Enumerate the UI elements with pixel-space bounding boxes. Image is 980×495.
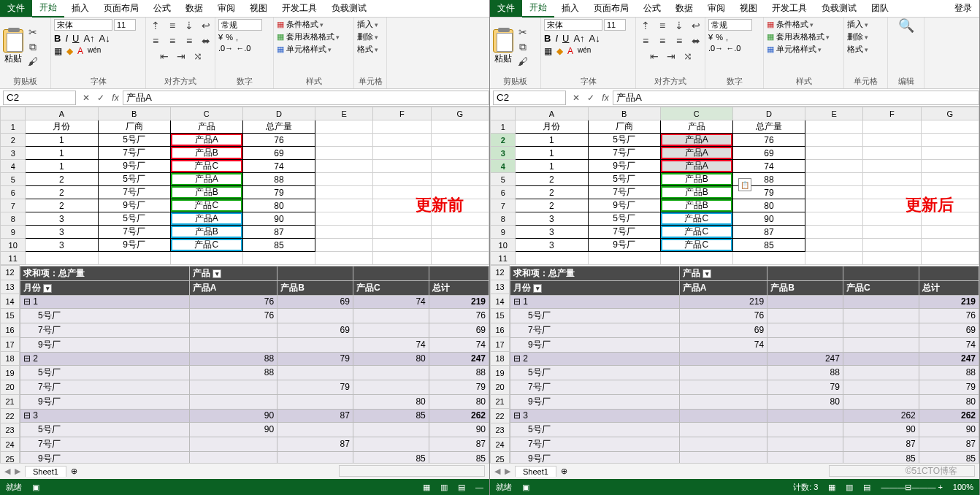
col-header[interactable]: A (516, 107, 588, 120)
menu-load[interactable]: 负载测试 (814, 0, 864, 17)
cell[interactable]: 产品A (170, 212, 242, 226)
menu-team[interactable]: 团队 (864, 0, 896, 17)
cell[interactable]: 产品C (170, 239, 242, 252)
cell[interactable]: 总产量 (732, 120, 805, 134)
cell[interactable]: 产品 (170, 120, 242, 134)
menu-login[interactable]: 登录 (947, 0, 979, 17)
find-icon[interactable]: 🔍 (900, 19, 913, 32)
pivot-row[interactable]: 7号厂 (510, 380, 680, 394)
cell[interactable]: 74 (732, 160, 805, 173)
dec-dec-icon[interactable]: ←.0 (236, 44, 250, 53)
row-header[interactable]: 2 (491, 134, 516, 147)
underline-icon[interactable]: U (72, 33, 79, 44)
row-header[interactable]: 5 (1, 173, 26, 186)
pivot-row[interactable]: 5号厂 (20, 422, 190, 437)
h-scrollbar[interactable] (339, 465, 485, 477)
view-layout-icon[interactable]: ▥ (440, 483, 448, 492)
font-color-icon[interactable]: A (77, 46, 83, 56)
view-layout-icon[interactable]: ▥ (846, 483, 853, 492)
pivot-group[interactable]: ⊟ 3 (510, 409, 680, 422)
view-break-icon[interactable]: ▤ (863, 483, 870, 492)
cell[interactable]: 7号厂 (98, 147, 170, 160)
cell[interactable]: 7号厂 (588, 226, 660, 239)
menu-review[interactable]: 审阅 (700, 0, 732, 17)
tab-next[interactable]: ▶ (15, 467, 20, 476)
table-format-button[interactable]: ▦套用表格格式 (767, 31, 830, 42)
col-header[interactable]: F (863, 107, 921, 120)
cell[interactable]: 88 (242, 173, 315, 186)
col-header[interactable]: E (805, 107, 863, 120)
brush-icon[interactable]: 🖌 (26, 55, 39, 68)
row-header[interactable]: 8 (491, 212, 516, 226)
col-header[interactable]: C (170, 107, 242, 120)
cell[interactable]: 产品B (170, 186, 242, 199)
row-header[interactable]: 2 (1, 134, 26, 147)
copy-icon[interactable]: ⧉ (516, 40, 529, 53)
row-header[interactable]: 4 (1, 160, 26, 173)
col-header[interactable]: F (373, 107, 431, 120)
cell[interactable]: 69 (242, 147, 315, 160)
menu-file[interactable]: 文件 (0, 0, 32, 17)
copy-icon[interactable]: ⧉ (26, 40, 39, 53)
cell[interactable]: 1 (26, 134, 98, 147)
menu-review[interactable]: 审阅 (210, 0, 242, 17)
pivot-col-dropdown[interactable]: ▾ (213, 269, 221, 278)
sheet-tab[interactable]: Sheet1 (515, 466, 556, 477)
menu-load[interactable]: 负载测试 (324, 0, 374, 17)
cell[interactable]: 月份 (26, 120, 98, 134)
row-header[interactable]: 9 (491, 226, 516, 239)
menu-dev[interactable]: 开发工具 (275, 0, 324, 17)
cell[interactable]: 3 (516, 212, 588, 226)
align-top-icon[interactable]: ⇡ (149, 19, 162, 32)
pivot-row[interactable]: 5号厂 (510, 422, 680, 437)
number-format[interactable] (218, 19, 262, 31)
col-header[interactable]: C (660, 107, 732, 120)
orientation-icon[interactable]: ⤭ (191, 50, 204, 63)
cell[interactable]: 5号厂 (98, 173, 170, 186)
cell[interactable]: 5号厂 (98, 134, 170, 147)
menu-layout[interactable]: 页面布局 (586, 0, 636, 17)
cut-icon[interactable]: ✂ (516, 26, 529, 39)
record-macro-icon[interactable]: ▣ (522, 483, 529, 492)
cell[interactable]: 80 (242, 199, 315, 212)
row-header[interactable]: 9 (1, 226, 26, 239)
align-center-icon[interactable]: ≡ (166, 34, 179, 47)
worksheet[interactable]: ABCDEFG1 月份 厂商 产品 总产量 2 1 5号厂 产品A 76 3 1… (490, 107, 979, 265)
row-header[interactable]: 3 (1, 147, 26, 160)
pivot-group[interactable]: ⊟ 1 (20, 295, 190, 308)
cell-style-button[interactable]: ▦单元格样式 (767, 44, 822, 55)
row-header[interactable]: 10 (1, 239, 26, 252)
indent-dec-icon[interactable]: ⇤ (158, 50, 171, 63)
cell[interactable]: 74 (242, 160, 315, 173)
zoom-level[interactable]: 100% (953, 483, 973, 491)
cell[interactable]: 产品A (660, 147, 732, 160)
cell[interactable]: 5号厂 (588, 173, 660, 186)
cell[interactable]: 79 (242, 186, 315, 199)
align-bot-icon[interactable]: ⇣ (183, 19, 196, 32)
pivot-row[interactable]: 9号厂 (20, 394, 190, 409)
cancel-icon[interactable]: ✕ (569, 93, 583, 103)
add-sheet-button[interactable]: ⊕ (71, 467, 77, 476)
delete-cell-button[interactable]: 删除 (847, 31, 868, 42)
font-grow-icon[interactable]: A↑ (83, 33, 94, 44)
pivot-row[interactable]: 9号厂 (20, 451, 190, 463)
tab-prev[interactable]: ◀ (494, 467, 500, 476)
font-size[interactable] (604, 19, 626, 31)
row-header[interactable]: 7 (1, 199, 26, 212)
pivot-row[interactable]: 7号厂 (510, 323, 680, 337)
delete-cell-button[interactable]: 删除 (357, 31, 378, 42)
align-mid-icon[interactable]: ≡ (166, 19, 179, 32)
cond-format-button[interactable]: ▦条件格式 (767, 19, 814, 30)
menu-view[interactable]: 视图 (242, 0, 275, 17)
paste-button[interactable]: 粘贴 (3, 29, 23, 65)
menu-data[interactable]: 数据 (668, 0, 700, 17)
cell[interactable]: 5号厂 (98, 212, 170, 226)
wrap-icon[interactable]: ↩ (199, 19, 213, 32)
cell[interactable]: 7号厂 (588, 186, 660, 199)
pivot-row[interactable]: 9号厂 (510, 394, 680, 409)
table-format-button[interactable]: ▦套用表格格式 (277, 31, 340, 42)
number-format[interactable] (708, 19, 752, 31)
cell[interactable]: 76 (732, 134, 805, 147)
row-header[interactable]: 8 (1, 212, 26, 226)
col-header[interactable]: A (26, 107, 98, 120)
